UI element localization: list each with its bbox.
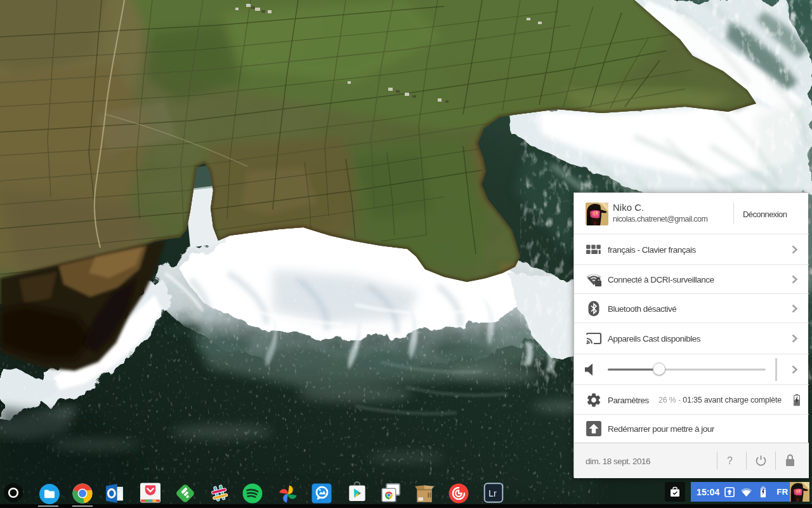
svg-text:Lr: Lr: [488, 488, 497, 498]
